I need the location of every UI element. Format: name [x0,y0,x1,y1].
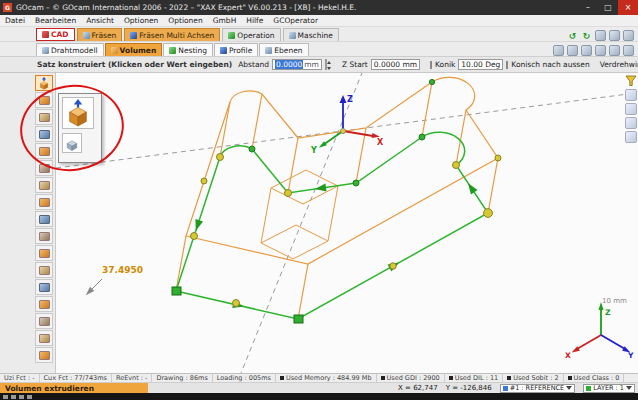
menu-ansicht[interactable]: Ansicht [81,16,119,25]
konisch-checkbox[interactable] [506,61,508,69]
metric-drawing: Drawing : 86ms [152,374,212,383]
profile-node-spheres[interactable] [191,134,493,307]
tab-fraesen-multi-achsen[interactable]: Fräsen Multi Achsen [124,28,220,41]
notes-icon[interactable] [625,131,637,143]
loft-volume-icon[interactable] [35,126,53,142]
print-icon[interactable] [609,30,620,41]
menu-hilfe[interactable]: Hilfe [241,16,268,25]
pan-icon[interactable] [553,45,564,56]
shell-icon[interactable] [35,279,53,295]
fullscreen-icon[interactable] [623,45,634,56]
abstand-unit: mm [304,60,319,69]
svg-text:Y: Y [310,146,317,155]
split-icon[interactable] [35,330,53,346]
zoom-out-icon[interactable] [595,45,606,56]
selection-icon[interactable] [625,89,637,101]
chamfer-icon[interactable] [35,313,53,329]
boolean-union-icon[interactable] [35,228,53,244]
snap-icon[interactable] [625,117,637,129]
subtab-ebenen[interactable]: Ebenen [259,43,308,56]
section-icon [336,62,340,66]
revolve-volume-icon[interactable] [35,92,53,108]
dil-marker-icon [449,376,453,380]
abstand-input[interactable]: 0.0000 mm [272,59,322,70]
tab-fraesen[interactable]: Fräsen [77,28,123,41]
undo-icon[interactable]: ↺ [567,30,578,41]
zoom-fit-icon[interactable] [609,45,620,56]
ribbon-tab-row: CAD Fräsen Fräsen Multi Achsen Operation… [0,27,638,42]
cone-primitive-icon[interactable] [35,194,53,210]
extrude-surface-small-icon[interactable] [62,133,82,153]
cylinder-primitive-icon[interactable] [35,160,53,176]
subtab-profile[interactable]: Profile [214,43,258,56]
taskbar-item[interactable] [19,395,24,399]
command-prompt-label: Satz konstruiert (Klicken oder Wert eing… [37,60,232,69]
abstand-stepper[interactable] [325,59,327,70]
tab-maschine[interactable]: Maschine [283,28,339,41]
subtab-nesting[interactable]: Nesting [163,43,213,56]
solid-wireframe[interactable] [176,77,501,319]
menu-optionen-2[interactable]: Optionen [163,16,207,25]
svg-text:Z: Z [605,308,611,317]
torus-primitive-icon[interactable] [35,211,53,227]
extrusion-profile[interactable] [172,132,492,323]
minimize-button[interactable]: – [578,0,598,15]
maximize-button[interactable]: □ [598,0,618,15]
gdi-marker-icon [381,376,385,380]
sweep-volume-icon[interactable] [35,109,53,125]
subtab-drahtmodell[interactable]: Drahtmodell [36,43,104,56]
sphere-primitive-icon[interactable] [35,177,53,193]
menu-gcoperator[interactable]: GCOperator [268,16,323,25]
screenshot-icon[interactable] [595,30,606,41]
tab-fraesen-label: Fräsen [92,31,117,40]
tab-maschine-label: Maschine [298,31,333,40]
layer-icon [586,386,591,391]
subtab-volumen[interactable]: Volumen [105,43,163,56]
menu-bar: Datei Bearbeiten Ansicht Optionen Option… [0,15,638,27]
origin-triad-icon: Z X Y [310,95,384,155]
tab-cad[interactable]: CAD [36,28,75,41]
zstart-input[interactable]: 0.0000 mm [371,59,420,70]
metric-uzi-fct: Uzi Fct : - [0,374,40,383]
visibility-icon[interactable] [625,103,637,115]
milling-icon [83,32,90,39]
menu-optionen-1[interactable]: Optionen [119,16,163,25]
app-logo-icon: G [3,3,12,12]
taskbar-item[interactable] [3,395,8,399]
svg-text:Z: Z [347,95,353,104]
extrude-volume-icon[interactable] [35,75,53,91]
settings-icon[interactable] [623,30,634,41]
boolean-intersect-icon[interactable] [35,262,53,278]
konik-input[interactable]: 10.00 Deg [458,59,503,70]
measure-icon[interactable] [35,347,53,363]
3d-viewport-canvas[interactable]: 37.4950 Z X Y [56,73,638,373]
viewport[interactable]: 37.4950 Z X Y [56,73,638,373]
coord-y: Y = -126,846 [446,384,492,392]
layer-selector[interactable]: LAYER : 1 [583,384,635,393]
extrude-volume-large-icon[interactable] [62,97,94,129]
multi-axis-icon [130,32,137,39]
konik-checkbox[interactable] [430,61,432,69]
taskbar-item[interactable] [27,395,32,399]
menu-gmbh[interactable]: GmbH [208,16,242,25]
filter-icon[interactable] [625,75,637,87]
box-primitive-icon[interactable] [35,143,53,159]
fillet-icon[interactable] [35,296,53,312]
menu-datei[interactable]: Datei [0,16,30,25]
reference-selector[interactable]: #1 : REFERENCE [500,384,576,393]
orientation-triad-icon: 10 mm Z X Y [565,297,634,360]
reference-icon [503,386,508,391]
subtab-nesting-label: Nesting [178,46,207,55]
zoom-window-icon[interactable] [567,45,578,56]
redo-icon[interactable]: ↻ [581,30,592,41]
close-button[interactable]: × [618,0,638,15]
boolean-subtract-icon[interactable] [35,245,53,261]
taskbar-item[interactable] [11,395,16,399]
svg-text:X: X [377,138,384,147]
svg-text:10 mm: 10 mm [602,297,627,305]
tab-operation[interactable]: Operation [222,28,280,41]
operation-icon [228,32,235,39]
zoom-in-icon[interactable] [581,45,592,56]
menu-bearbeiten[interactable]: Bearbeiten [30,16,81,25]
class-marker-icon [568,376,572,380]
